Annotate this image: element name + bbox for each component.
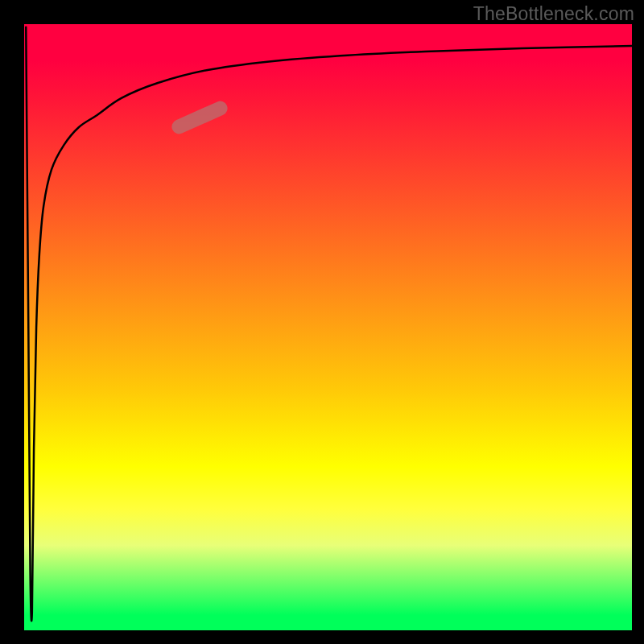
watermark-label: TheBottleneck.com (473, 3, 634, 25)
highlight-marker (170, 99, 230, 137)
bottleneck-curve (26, 27, 632, 621)
plot-area (24, 24, 632, 630)
chart-frame: TheBottleneck.com (0, 0, 644, 644)
curve-svg (24, 24, 632, 630)
